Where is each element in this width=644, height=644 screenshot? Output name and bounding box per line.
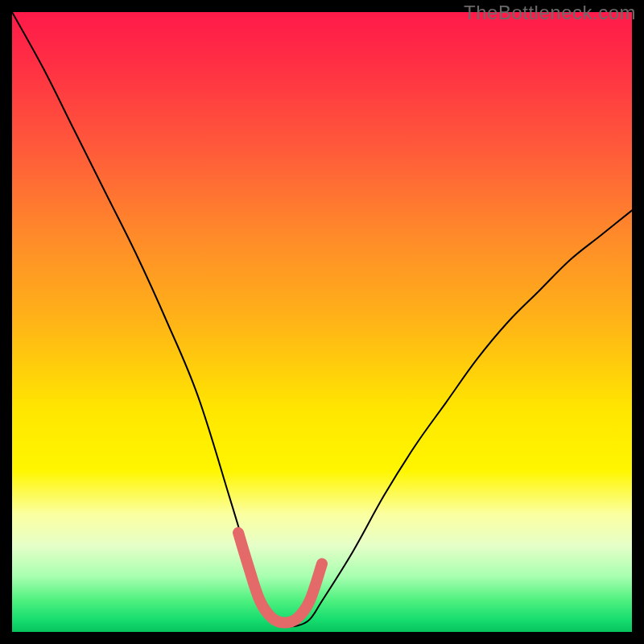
minimum-highlight bbox=[238, 533, 322, 623]
chart-plot-area bbox=[12, 12, 632, 632]
chart-svg bbox=[12, 12, 632, 632]
chart-frame: TheBottleneck.com bbox=[0, 0, 644, 644]
bottleneck-curve bbox=[12, 12, 632, 626]
